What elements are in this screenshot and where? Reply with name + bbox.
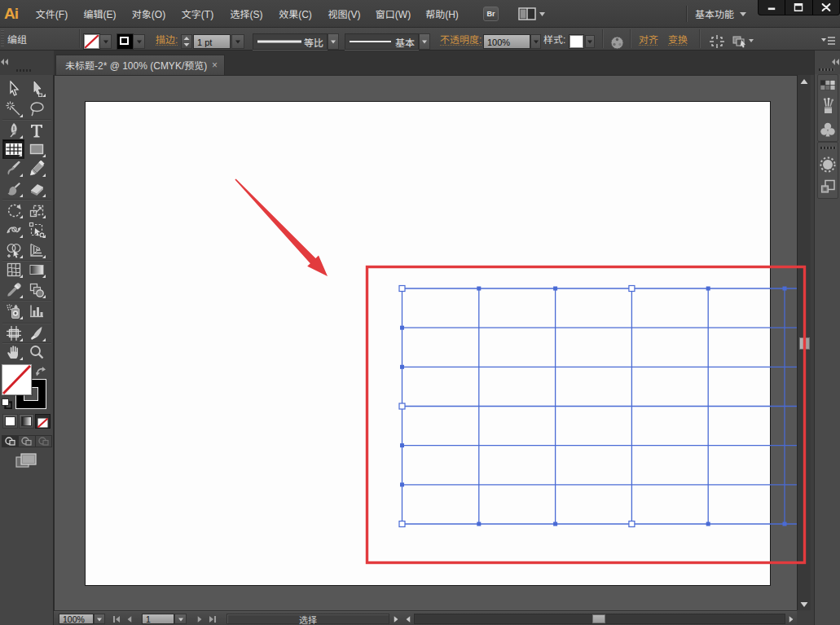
artboard-tool[interactable] [2,324,24,343]
bounding-box-button[interactable] [710,35,724,51]
zoom-tool[interactable] [25,342,47,362]
color-button[interactable] [2,414,18,429]
width-tool[interactable] [2,220,24,240]
magic-wand-tool[interactable] [2,99,24,119]
control-panel-menu-button[interactable] [820,35,836,49]
scale-tool[interactable] [25,200,47,220]
isolate-selection-button[interactable] [732,35,747,51]
first-artboard-button[interactable] [111,614,122,624]
isolate-dropdown-caret[interactable] [749,39,754,42]
free-transform-tool[interactable] [25,220,47,240]
document-tab[interactable]: 未标题-2* @ 100% (CMYK/预览) × [55,55,225,75]
fill-color-swatch[interactable] [84,34,99,49]
rotate-tool[interactable] [2,200,24,220]
symbol-sprayer-tool[interactable] [2,301,24,321]
next-artboard-button[interactable] [193,614,205,624]
canvas-area[interactable] [54,75,797,610]
stroke-weight-stepper[interactable] [181,34,192,49]
perspective-grid-tool[interactable] [25,240,47,260]
eyedropper-tool[interactable] [2,280,24,300]
tools-drag-handle[interactable] [16,69,32,72]
mesh-tool[interactable] [2,260,24,279]
control-bar-grip[interactable] [1,30,4,48]
type-tool[interactable] [25,121,47,140]
menu-object[interactable]: 对象(O) [130,0,167,27]
style-swatch[interactable] [570,35,583,48]
artboard[interactable] [85,101,771,586]
fill-color-dropdown[interactable] [99,34,112,49]
pen-tool[interactable] [2,121,24,140]
menu-help[interactable]: 帮助(H) [424,0,460,27]
workspace-switcher[interactable]: 基本功能 [695,0,734,27]
shape-builder-tool[interactable] [2,240,24,260]
rectangular-grid-tool[interactable] [2,139,24,159]
default-fill-stroke-button[interactable] [2,398,12,408]
menu-edit[interactable]: 编辑(E) [81,0,118,27]
paintbrush-tool[interactable] [2,159,24,178]
bridge-button[interactable]: Br [483,7,499,21]
style-dropdown[interactable] [585,35,595,48]
horizontal-scrollbar[interactable] [414,614,785,624]
brushes-icon[interactable] [820,98,835,117]
brush-definition-select[interactable]: 基本 [345,33,419,50]
menu-type[interactable]: 文字(T) [179,0,216,27]
gradient-button[interactable] [19,414,34,429]
graphic-styles-icon[interactable] [820,179,836,197]
selection-tool[interactable] [2,79,24,99]
minimize-button[interactable] [759,0,785,15]
vertical-scrollbar[interactable] [797,75,811,610]
dock-drag-handle[interactable] [819,68,834,71]
symbols-icon[interactable] [820,122,836,139]
artboard-number-field[interactable]: 1 [142,614,174,624]
hand-tool[interactable] [2,342,24,362]
status-expand-button[interactable] [390,614,401,624]
screen-mode-button[interactable] [11,453,41,469]
menu-window[interactable]: 窗口(W) [375,0,411,27]
eraser-tool[interactable] [25,179,47,199]
horizontal-scroll-thumb[interactable] [592,614,605,623]
zoom-dropdown[interactable] [94,614,105,624]
hscroll-right-button[interactable] [785,614,796,624]
none-button[interactable] [35,414,51,429]
gradient-tool[interactable] [25,260,47,279]
width-profile-select[interactable]: 等比 [253,33,328,50]
stroke-color-dropdown[interactable] [133,34,145,49]
menu-view[interactable]: 视图(V) [326,0,363,27]
maximize-button[interactable] [785,0,812,15]
rectangle-tool[interactable] [25,139,47,159]
last-artboard-button[interactable] [206,614,219,624]
stroke-weight-dropdown[interactable] [231,34,244,49]
draw-normal-button[interactable] [2,436,19,447]
slice-tool[interactable] [25,324,47,343]
menu-effect[interactable]: 效果(C) [277,0,314,27]
zoom-level-field[interactable]: 100% [59,614,94,624]
appearance-icon[interactable] [820,156,836,175]
close-button[interactable] [813,0,839,15]
column-graph-tool[interactable] [25,301,47,321]
swap-fill-stroke-button[interactable] [35,365,46,376]
lasso-tool[interactable] [25,99,47,119]
opacity-dropdown[interactable] [530,34,541,49]
blend-tool[interactable] [25,280,47,300]
stroke-weight-field[interactable]: 1 pt [193,34,231,49]
previous-artboard-button[interactable] [123,614,135,624]
width-profile-dropdown[interactable] [328,33,339,50]
brush-definition-dropdown[interactable] [419,33,430,50]
vertical-scroll-thumb[interactable] [799,337,810,350]
draw-behind-button[interactable] [19,436,35,447]
menu-select[interactable]: 选择(S) [228,0,265,27]
transform-panel-link[interactable]: 变换 [668,28,688,50]
swatches-icon[interactable] [820,80,836,94]
hscroll-left-button[interactable] [402,614,414,624]
scroll-down-button[interactable] [798,599,811,610]
dock-drag-handle-2[interactable] [820,147,836,149]
collapse-dock-icon[interactable] [832,59,839,65]
recolor-artwork-button[interactable] [610,36,624,52]
opacity-field[interactable]: 100% [483,34,530,49]
scroll-up-button[interactable] [798,75,811,88]
opacity-panel-link[interactable]: 不透明度: [440,28,482,50]
blob-brush-tool[interactable] [2,179,24,199]
align-panel-link[interactable]: 对齐 [639,28,658,50]
fill-indicator[interactable] [2,365,31,394]
stroke-color-swatch[interactable] [117,34,133,49]
